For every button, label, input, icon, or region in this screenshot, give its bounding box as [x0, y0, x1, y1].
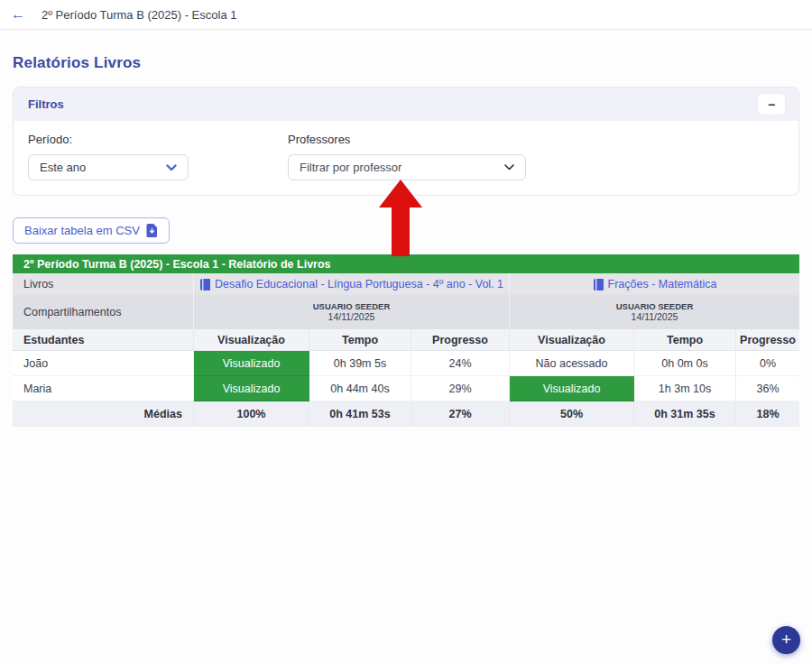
column-header-time: Tempo: [309, 329, 411, 351]
average-visualization: 100%: [194, 401, 309, 427]
average-time: 0h 41m 53s: [309, 401, 411, 427]
column-header-progress: Progresso: [411, 329, 510, 351]
add-button[interactable]: +: [772, 626, 800, 654]
book-cell: Frações - Matemática: [510, 273, 799, 295]
student-row: Maria Visualizado 0h 44m 40s 29% Visuali…: [13, 376, 799, 401]
plus-icon: +: [781, 631, 791, 648]
student-row: João Visualizado 0h 39m 5s 24% Não acess…: [13, 351, 799, 376]
time-value: 1h 3m 10s: [634, 376, 736, 401]
professors-field: Professores Filtrar por professor: [288, 133, 526, 180]
status-badge: Visualizado: [510, 376, 634, 401]
time-value: 0h 44m 40s: [309, 376, 411, 401]
filters-title: Filtros: [28, 97, 64, 111]
book-title: Frações - Matemática: [608, 278, 717, 290]
chevron-down-icon: [166, 164, 177, 171]
shares-row-label: Compartilhamentos: [13, 295, 194, 329]
time-value: 0h 39m 5s: [309, 351, 411, 376]
progress-value: 0%: [736, 351, 799, 376]
column-header-visualization: Visualização: [510, 329, 634, 351]
file-download-icon: [146, 224, 158, 237]
progress-value: 29%: [411, 376, 510, 401]
page-title: Relatórios Livros: [13, 54, 799, 72]
professors-label: Professores: [288, 133, 526, 146]
share-cell: USUARIO SEEDER 14/11/2025: [194, 295, 510, 329]
column-header-students: Estudantes: [13, 329, 194, 351]
download-csv-label: Baixar tabela em CSV: [24, 224, 140, 237]
share-date: 14/11/2025: [328, 311, 375, 323]
top-bar: ← 2º Período Turma B (2025) - Escola 1: [0, 0, 812, 30]
share-user: USUARIO SEEDER: [313, 301, 391, 312]
averages-row: Médias 100% 0h 41m 53s 27% 50% 0h 31m 35…: [13, 401, 799, 427]
progress-value: 24%: [411, 351, 510, 376]
book-link[interactable]: Frações - Matemática: [593, 278, 717, 290]
table-header-row: Estudantes Visualização Tempo Progresso …: [13, 329, 799, 351]
student-name: João: [13, 351, 194, 376]
share-cell: USUARIO SEEDER 14/11/2025: [510, 295, 799, 329]
averages-label: Médias: [13, 401, 194, 427]
average-progress: 27%: [411, 401, 510, 427]
book-icon: [593, 279, 604, 290]
status-badge: Visualizado: [194, 376, 309, 401]
share-user: USUARIO SEEDER: [616, 301, 694, 312]
filters-panel-body: Período: Este ano Professores Filtrar po…: [14, 121, 798, 195]
average-progress: 18%: [736, 401, 799, 427]
report-title-bar: 2º Período Turma B (2025) - Escola 1 - R…: [13, 254, 799, 273]
period-select-value: Este ano: [40, 161, 86, 174]
average-time: 0h 31m 35s: [634, 401, 736, 427]
period-field: Período: Este ano: [28, 133, 288, 180]
back-arrow-icon[interactable]: ←: [11, 7, 25, 22]
professors-select-placeholder: Filtrar por professor: [300, 161, 401, 174]
column-header-visualization: Visualização: [194, 329, 309, 351]
time-value: 0h 0m 0s: [634, 351, 736, 376]
professors-select[interactable]: Filtrar por professor: [288, 154, 526, 180]
share-date: 14/11/2025: [632, 311, 678, 323]
books-row: Livros Desafio Educacional - Língua Port…: [13, 273, 799, 295]
download-csv-button[interactable]: Baixar tabela em CSV: [13, 217, 170, 244]
shares-row: Compartilhamentos USUARIO SEEDER 14/11/2…: [13, 295, 799, 329]
main-content: Relatórios Livros Filtros − Período: Est…: [0, 54, 812, 427]
books-report-table: 2º Período Turma B (2025) - Escola 1 - R…: [13, 254, 799, 427]
progress-value: 36%: [736, 376, 799, 401]
status-badge: Não acessado: [510, 351, 634, 376]
status-badge: Visualizado: [194, 351, 309, 376]
column-header-progress: Progresso: [736, 329, 799, 351]
average-visualization: 50%: [510, 401, 634, 427]
period-label: Período:: [28, 133, 288, 146]
collapse-filters-button[interactable]: −: [757, 93, 786, 115]
chevron-down-icon: [504, 164, 514, 171]
filters-panel: Filtros − Período: Este ano Professores …: [13, 87, 799, 196]
book-title: Desafio Educacional - Língua Portuguesa …: [215, 278, 503, 290]
book-icon: [199, 279, 210, 290]
period-select[interactable]: Este ano: [28, 154, 189, 180]
breadcrumb-title: 2º Período Turma B (2025) - Escola 1: [42, 8, 236, 22]
book-cell: Desafio Educacional - Língua Portuguesa …: [194, 273, 510, 295]
column-header-time: Tempo: [634, 329, 736, 351]
book-link[interactable]: Desafio Educacional - Língua Portuguesa …: [199, 278, 503, 290]
filters-panel-header: Filtros −: [14, 88, 798, 121]
books-row-label: Livros: [13, 273, 194, 295]
student-name: Maria: [13, 376, 194, 401]
